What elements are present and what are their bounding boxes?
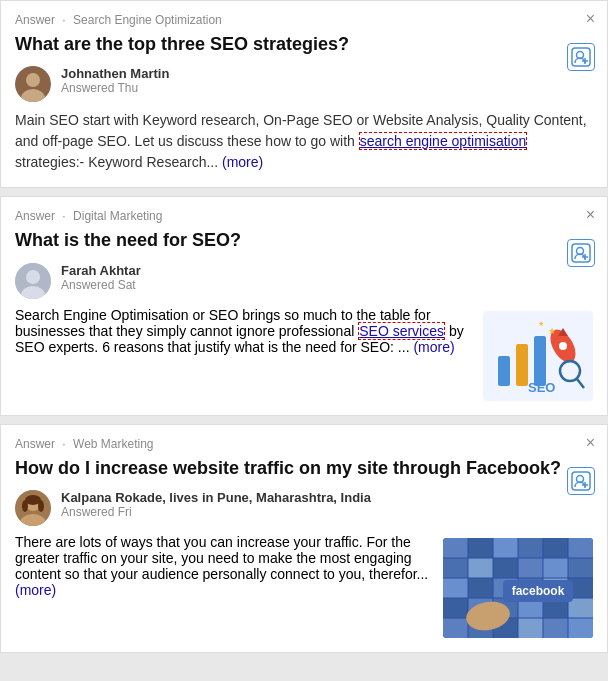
avatar-2	[15, 263, 51, 299]
meta-category-3: Web Marketing	[73, 437, 153, 451]
svg-rect-47	[568, 558, 593, 578]
svg-rect-63	[518, 618, 543, 638]
user-info-2: Farah Akhtar Answered Sat	[61, 263, 593, 292]
user-row-2: Farah Akhtar Answered Sat	[15, 263, 593, 299]
seo-image: SEO ★ ★	[483, 311, 593, 401]
svg-rect-38	[493, 538, 518, 558]
card-body-1: Main SEO start with Keyword research, On…	[15, 110, 593, 173]
close-button-1[interactable]: ×	[586, 11, 595, 27]
user-name-2: Farah Akhtar	[61, 263, 593, 278]
svg-point-1	[26, 73, 40, 87]
highlight-seo-services[interactable]: SEO services	[358, 322, 445, 340]
meta-dot-3: ·	[62, 437, 65, 451]
card-text-3: There are lots of ways that you can incr…	[15, 534, 433, 638]
svg-point-21	[560, 361, 580, 381]
svg-rect-16	[534, 336, 546, 386]
svg-rect-10	[572, 244, 590, 262]
svg-rect-42	[443, 558, 468, 578]
body-text-mid-1: strategies:- Keyword Research...	[15, 154, 218, 170]
svg-point-8	[26, 270, 40, 284]
more-link-3[interactable]: (more)	[15, 582, 56, 598]
svg-rect-54	[443, 598, 468, 618]
svg-text:★: ★	[538, 320, 544, 327]
card-meta-3: Answer · Web Marketing	[15, 437, 593, 451]
user-name-3: Kalpana Rokade, lives in Pune, Maharasht…	[61, 490, 593, 505]
meta-category-1: Search Engine Optimization	[73, 13, 222, 27]
svg-point-30	[38, 500, 44, 512]
meta-dot-2: ·	[62, 209, 65, 223]
card-title-1: What are the top three SEO strategies?	[15, 33, 593, 56]
svg-rect-15	[516, 344, 528, 386]
card-meta-1: Answer · Search Engine Optimization	[15, 13, 593, 27]
svg-rect-36	[443, 538, 468, 558]
answered-time-3: Answered Fri	[61, 505, 593, 519]
user-row-1: Johnathen Martin Answered Thu	[15, 66, 593, 102]
user-row-3: Kalpana Rokade, lives in Pune, Maharasht…	[15, 490, 593, 526]
svg-rect-64	[543, 618, 568, 638]
svg-rect-39	[518, 538, 543, 558]
meta-answer-1: Answer	[15, 13, 55, 27]
more-link-1[interactable]: (more)	[222, 154, 263, 170]
answered-time-1: Answered Thu	[61, 81, 593, 95]
card-body-wrap-2: Search Engine Optimisation or SEO brings…	[15, 307, 593, 401]
more-link-2[interactable]: (more)	[413, 339, 454, 355]
user-info-1: Johnathen Martin Answered Thu	[61, 66, 593, 95]
svg-rect-3	[572, 48, 590, 66]
svg-point-29	[22, 500, 28, 512]
svg-rect-49	[468, 578, 493, 598]
svg-rect-45	[518, 558, 543, 578]
svg-rect-14	[498, 356, 510, 386]
answer-card-2: Answer · Digital Marketing What is the n…	[0, 196, 608, 415]
user-name-1: Johnathen Martin	[61, 66, 593, 81]
card-body-wrap-3: There are lots of ways that you can incr…	[15, 534, 593, 638]
svg-text:SEO: SEO	[528, 380, 555, 395]
close-button-2[interactable]: ×	[586, 207, 595, 223]
card-text-2: Search Engine Optimisation or SEO brings…	[15, 307, 473, 401]
answer-card-3: Answer · Web Marketing How do I increase…	[0, 424, 608, 653]
svg-rect-40	[543, 538, 568, 558]
svg-rect-41	[568, 538, 593, 558]
svg-text:★: ★	[548, 326, 556, 336]
svg-rect-65	[568, 618, 593, 638]
card-meta-2: Answer · Digital Marketing	[15, 209, 593, 223]
svg-point-19	[559, 342, 567, 350]
follow-button-3[interactable]	[567, 467, 595, 495]
card-title-2: What is the need for SEO?	[15, 229, 593, 252]
svg-rect-43	[468, 558, 493, 578]
answered-time-2: Answered Sat	[61, 278, 593, 292]
meta-answer-2: Answer	[15, 209, 55, 223]
user-info-3: Kalpana Rokade, lives in Pune, Maharasht…	[61, 490, 593, 519]
svg-rect-60	[443, 618, 468, 638]
svg-rect-59	[568, 598, 593, 618]
meta-dot-1: ·	[62, 13, 65, 27]
body-text-3: There are lots of ways that you can incr…	[15, 534, 428, 582]
avatar-3	[15, 490, 51, 526]
svg-rect-31	[572, 472, 590, 490]
svg-rect-37	[468, 538, 493, 558]
svg-line-22	[577, 379, 584, 388]
close-button-3[interactable]: ×	[586, 435, 595, 451]
svg-text:facebook: facebook	[512, 584, 565, 598]
follow-button-2[interactable]	[567, 239, 595, 267]
card-title-3: How do I increase website traffic on my …	[15, 457, 593, 480]
highlight-search-engine[interactable]: search engine optimisation	[359, 132, 528, 150]
meta-category-2: Digital Marketing	[73, 209, 162, 223]
svg-rect-46	[543, 558, 568, 578]
avatar-1	[15, 66, 51, 102]
svg-rect-48	[443, 578, 468, 598]
follow-button-1[interactable]	[567, 43, 595, 71]
svg-rect-44	[493, 558, 518, 578]
answer-card-1: Answer · Search Engine Optimization What…	[0, 0, 608, 188]
meta-answer-3: Answer	[15, 437, 55, 451]
facebook-image: facebook	[443, 538, 593, 638]
